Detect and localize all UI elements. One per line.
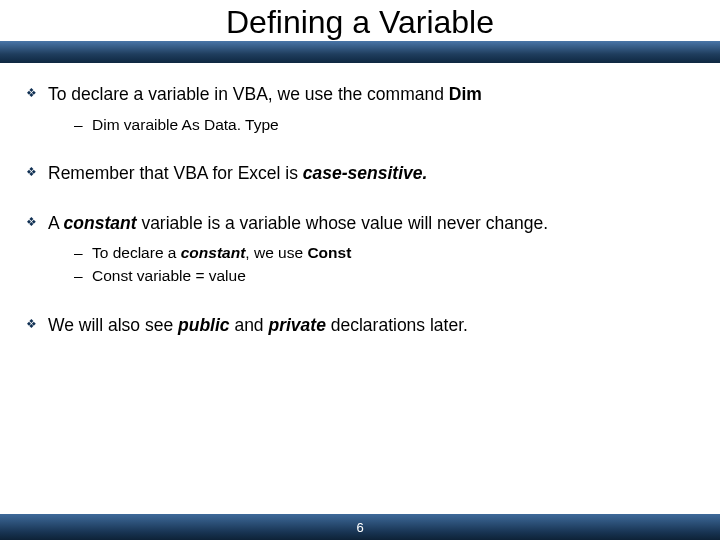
text-run: , we use	[245, 244, 307, 261]
slide: Defining a Variable To declare a variabl…	[0, 0, 720, 540]
text-run: case-sensitive.	[303, 163, 428, 183]
sub-bullet-item: Const variable = value	[48, 264, 694, 287]
sub-bullet-list: Dim varaible As Data. Type	[48, 113, 694, 136]
sub-bullet-list: To declare a constant, we use ConstConst…	[48, 241, 694, 288]
bullet-list: To declare a variable in VBA, we use the…	[26, 83, 694, 337]
text-run: To declare a variable in VBA, we use the…	[48, 84, 449, 104]
text-run: and	[230, 315, 269, 335]
text-run: We will also see	[48, 315, 178, 335]
slide-title: Defining a Variable	[0, 4, 720, 41]
slide-content: To declare a variable in VBA, we use the…	[0, 63, 720, 514]
sub-bullet-item: Dim varaible As Data. Type	[48, 113, 694, 136]
text-run: declarations later.	[326, 315, 468, 335]
text-run: Remember that VBA for Excel is	[48, 163, 303, 183]
title-separator-band	[0, 41, 720, 63]
bullet-item: We will also see public and private decl…	[26, 314, 694, 338]
footer-band: 6	[0, 514, 720, 540]
bullet-item: A constant variable is a variable whose …	[26, 212, 694, 288]
text-run: private	[268, 315, 325, 335]
text-run: Const variable = value	[92, 267, 246, 284]
text-run: public	[178, 315, 230, 335]
text-run: constant	[64, 213, 137, 233]
sub-bullet-item: To declare a constant, we use Const	[48, 241, 694, 264]
text-run: A	[48, 213, 64, 233]
page-number: 6	[356, 520, 363, 535]
bullet-item: Remember that VBA for Excel is case-sens…	[26, 162, 694, 186]
text-run: To declare a	[92, 244, 181, 261]
text-run: variable is a variable whose value will …	[137, 213, 548, 233]
text-run: Dim varaible As Data. Type	[92, 116, 279, 133]
text-run: Const	[307, 244, 351, 261]
bullet-item: To declare a variable in VBA, we use the…	[26, 83, 694, 136]
text-run: constant	[181, 244, 246, 261]
title-wrap: Defining a Variable	[0, 0, 720, 41]
text-run: Dim	[449, 84, 482, 104]
